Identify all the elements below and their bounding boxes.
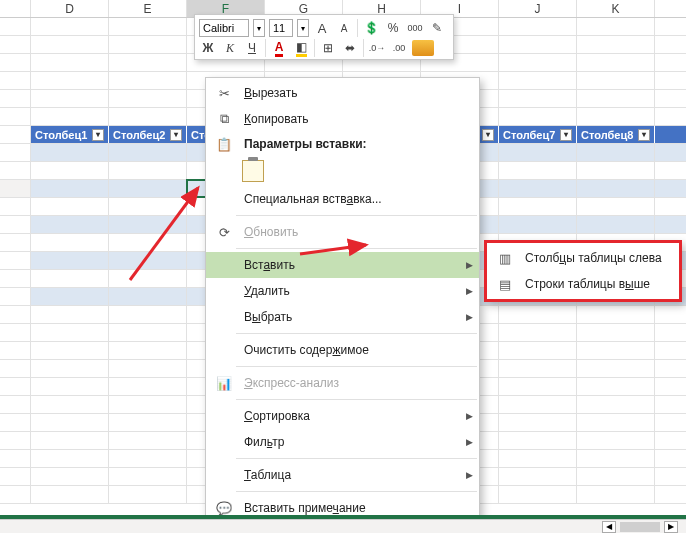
merge-icon[interactable]: ⬌: [341, 39, 359, 57]
scissors-icon: ✂: [214, 83, 234, 103]
scroll-left-icon[interactable]: ◀: [602, 521, 616, 533]
filter-dropdown-icon[interactable]: ▾: [560, 129, 572, 141]
menu-paste-options-header: 📋Параметры вставки:: [206, 132, 479, 156]
menu-sort[interactable]: Сортировка▶: [206, 403, 479, 429]
menu-insert[interactable]: Вставить▶: [206, 252, 479, 278]
col-header[interactable]: D: [31, 0, 109, 17]
format-painter-brush-icon[interactable]: [412, 40, 434, 56]
menu-select[interactable]: Выбрать▶: [206, 304, 479, 330]
chevron-right-icon: ▶: [466, 437, 473, 447]
menu-cut[interactable]: ✂ВВырезатьырезать: [206, 80, 479, 106]
scroll-thumb[interactable]: [620, 522, 660, 532]
insert-columns-icon: ▥: [495, 248, 515, 268]
menu-table[interactable]: Таблица▶: [206, 462, 479, 488]
table-header-cell[interactable]: Столбец8▾: [577, 126, 655, 143]
table-header-cell[interactable]: Столбец7▾: [499, 126, 577, 143]
col-header[interactable]: E: [109, 0, 187, 17]
chevron-right-icon: ▶: [466, 260, 473, 270]
chevron-right-icon: ▶: [466, 286, 473, 296]
chevron-right-icon: ▶: [466, 411, 473, 421]
scroll-right-icon[interactable]: ▶: [664, 521, 678, 533]
font-name-dropdown-icon[interactable]: ▾: [253, 19, 265, 37]
format-painter-icon[interactable]: ✎: [428, 19, 446, 37]
filter-dropdown-icon[interactable]: ▾: [92, 129, 104, 141]
copy-icon: ⧉: [214, 109, 234, 129]
accounting-format-icon[interactable]: 💲: [362, 19, 380, 37]
bold-button[interactable]: Ж: [199, 39, 217, 57]
chevron-right-icon: ▶: [466, 312, 473, 322]
insert-rows-icon: ▤: [495, 274, 515, 294]
italic-button[interactable]: К: [221, 39, 239, 57]
borders-icon[interactable]: ⊞: [319, 39, 337, 57]
menu-paste-special[interactable]: Специальная вствавка...: [206, 186, 479, 212]
decrease-decimal-icon[interactable]: .0→: [368, 39, 386, 57]
comma-format-icon[interactable]: 000: [406, 19, 424, 37]
submenu-columns-left[interactable]: ▥Столбцы таблицы слева: [487, 245, 679, 271]
col-header[interactable]: K: [577, 0, 655, 17]
refresh-icon: ⟳: [214, 222, 234, 242]
font-color-icon[interactable]: A: [270, 39, 288, 57]
paste-options-row: [206, 156, 479, 186]
filter-dropdown-icon[interactable]: ▾: [638, 129, 650, 141]
horizontal-scrollbar[interactable]: ◀ ▶: [0, 519, 686, 533]
table-header-cell[interactable]: Столбец2▾: [109, 126, 187, 143]
filter-dropdown-icon[interactable]: ▾: [170, 129, 182, 141]
shrink-font-icon[interactable]: A: [335, 19, 353, 37]
insert-submenu: ▥Столбцы таблицы слева ▤Строки таблицы в…: [484, 240, 682, 302]
table-header-cell[interactable]: Столбец1▾: [31, 126, 109, 143]
mini-toolbar: Calibri ▾ 11 ▾ A A 💲 % 000 ✎ Ж К Ч A ◧ ⊞…: [194, 14, 454, 60]
gutter: [0, 0, 31, 17]
chevron-right-icon: ▶: [466, 470, 473, 480]
menu-copy[interactable]: ⧉Копировать: [206, 106, 479, 132]
filter-dropdown-icon[interactable]: ▾: [482, 129, 494, 141]
menu-quick-analysis: 📊Экспресс-анализ: [206, 370, 479, 396]
col-header[interactable]: J: [499, 0, 577, 17]
clipboard-icon: 📋: [214, 134, 234, 154]
menu-refresh: ⟳Обновить: [206, 219, 479, 245]
menu-delete[interactable]: Удалить▶: [206, 278, 479, 304]
increase-decimal-icon[interactable]: .00: [390, 39, 408, 57]
menu-clear-contents[interactable]: Очистить содержимое: [206, 337, 479, 363]
context-menu: ✂ВВырезатьырезать ⧉Копировать 📋Параметры…: [205, 77, 480, 517]
paste-default-icon[interactable]: [242, 160, 264, 182]
underline-button[interactable]: Ч: [243, 39, 261, 57]
grow-font-icon[interactable]: A: [313, 19, 331, 37]
font-size-combo[interactable]: 11: [269, 19, 293, 37]
menu-filter[interactable]: Фильтр▶: [206, 429, 479, 455]
quick-analysis-icon: 📊: [214, 373, 234, 393]
percent-format-icon[interactable]: %: [384, 19, 402, 37]
fill-color-icon[interactable]: ◧: [292, 39, 310, 57]
font-name-combo[interactable]: Calibri: [199, 19, 249, 37]
submenu-rows-above[interactable]: ▤Строки таблицы выше: [487, 271, 679, 297]
font-size-dropdown-icon[interactable]: ▾: [297, 19, 309, 37]
